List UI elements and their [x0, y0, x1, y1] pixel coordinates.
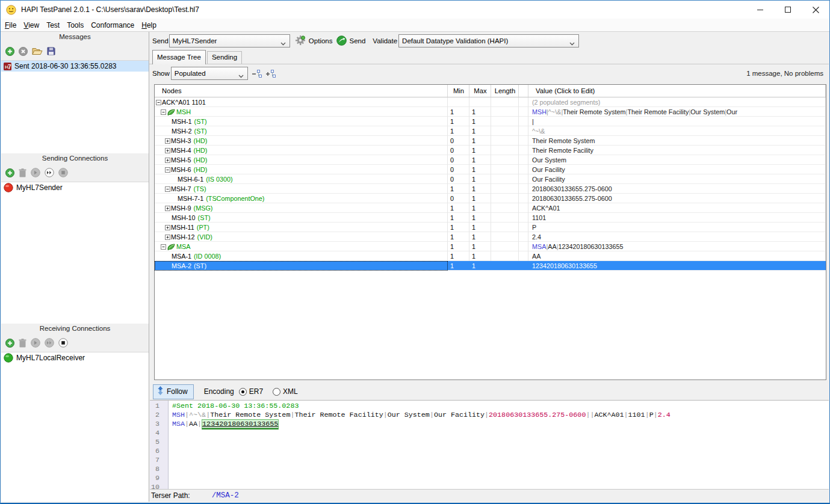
radio-er7[interactable]	[239, 388, 247, 396]
tree-row[interactable]: MSH-7(TS)1120180630133655.275-0600	[155, 184, 826, 194]
expander-plus-icon[interactable]	[165, 225, 170, 230]
value-cell[interactable]: MSA|AA|123420180630133655	[528, 242, 826, 251]
list-item[interactable]: H7Sent 2018-06-30 13:36:55.0283	[1, 61, 149, 72]
play-disabled-button[interactable]	[31, 168, 40, 177]
delete-button[interactable]	[19, 47, 28, 56]
tree-row[interactable]: MSH-9(MSG)11ACK^A01	[155, 203, 826, 213]
value-cell[interactable]: MSH|^~\&|Their Remote System|Their Remot…	[528, 107, 826, 117]
menu-file[interactable]: File	[1, 19, 20, 31]
expander-minus-icon[interactable]	[156, 100, 161, 105]
tree-row[interactable]: ACK^A01 1101(2 populated segments)	[155, 97, 826, 107]
expander-plus-icon[interactable]	[165, 148, 170, 153]
add-button[interactable]	[5, 47, 14, 56]
expander-minus-icon[interactable]	[165, 167, 170, 173]
spacer-cell	[519, 165, 528, 174]
options-button[interactable]: Options	[296, 35, 333, 46]
list-item[interactable]: MyHL7Sender	[1, 182, 149, 193]
menu-test[interactable]: Test	[43, 19, 63, 31]
tree-row[interactable]: MSA-1(ID 0008)11AA	[155, 251, 826, 261]
expander-minus-icon[interactable]	[165, 186, 170, 192]
menu-tools[interactable]: Tools	[63, 19, 87, 31]
follow-bar: Follow Encoding ER7XML	[149, 383, 829, 400]
value-cell[interactable]: Their Remote Facility	[528, 146, 826, 155]
expand-all-button[interactable]	[265, 69, 276, 78]
value-cell[interactable]: ^~\&	[528, 126, 826, 136]
value-cell[interactable]: ACK^A01	[528, 203, 826, 213]
value-cell[interactable]: 20180630133655.275-0600	[528, 194, 826, 203]
stop-disabled-button[interactable]	[58, 168, 68, 177]
value-cell[interactable]: Our Facility	[528, 165, 826, 174]
expander-plus-icon[interactable]	[165, 158, 170, 163]
value-cell[interactable]: 123420180630133655	[528, 261, 826, 271]
value-cell[interactable]: Their Remote System	[528, 136, 826, 146]
close-button[interactable]	[802, 1, 829, 19]
expander-plus-icon[interactable]	[165, 138, 170, 144]
value-cell[interactable]: Our Facility	[528, 174, 826, 184]
tree-row[interactable]: MSH-2(ST)11^~\&	[155, 126, 826, 136]
add-button[interactable]	[5, 339, 14, 348]
minimize-button[interactable]	[746, 1, 774, 19]
tree-row[interactable]: MSH-3(HD)01Their Remote System	[155, 136, 826, 146]
list-item[interactable]: MyHL7LocalReceiver	[1, 352, 149, 363]
value-cell[interactable]: (2 populated segments)	[528, 97, 826, 107]
open-button[interactable]	[32, 47, 43, 55]
send-button[interactable]: Send	[336, 35, 366, 47]
radio-xml[interactable]	[273, 388, 280, 396]
tree-row[interactable]: MSH-4(HD)01Their Remote Facility	[155, 146, 826, 155]
follow-button[interactable]: Follow	[153, 384, 194, 399]
add-button[interactable]	[5, 168, 14, 177]
tree-node-cell: MSH-6-1(IS 0300)	[155, 174, 448, 184]
editor-token: Their Remote Facility	[294, 411, 383, 419]
tree-row[interactable]: MSH-7-1(TSComponentOne)0120180630133655.…	[155, 194, 826, 203]
spacer-cell	[519, 174, 528, 184]
expander-minus-icon[interactable]	[161, 109, 166, 115]
tree-node-name: MSH-10	[172, 214, 196, 221]
tree-row[interactable]: MSH-11(PT)11P	[155, 223, 826, 232]
fast-forward-disabled-button[interactable]	[45, 338, 54, 348]
tree-row[interactable]: MSH-12(VID)112.4	[155, 232, 826, 242]
menu-help[interactable]: Help	[138, 19, 160, 31]
tree-row[interactable]: MSH11MSH|^~\&|Their Remote System|Their …	[155, 107, 826, 117]
trash-button[interactable]	[19, 168, 26, 177]
save-button[interactable]	[47, 47, 55, 55]
validate-combo[interactable]: Default Datatype Validation (HAPI)	[398, 34, 579, 48]
value-cell[interactable]: Our System	[528, 155, 826, 165]
show-combo[interactable]: Populated	[171, 67, 248, 80]
value-cell[interactable]: P	[528, 223, 826, 232]
send-connection-combo[interactable]: MyHL7Sender	[169, 34, 290, 48]
tree-row[interactable]: MSA-2(ST)11123420180630133655	[155, 261, 826, 271]
tree-row[interactable]: MSH-1(ST)11|	[155, 117, 826, 126]
value-cell[interactable]: |	[528, 117, 826, 126]
message-editor[interactable]: 12345678910 #Sent 2018-06-30 13:36:55.02…	[150, 400, 829, 492]
value-cell[interactable]: 1101	[528, 213, 826, 223]
max-cell: 1	[469, 242, 491, 251]
play-disabled-button[interactable]	[31, 338, 40, 348]
maximize-button[interactable]	[774, 1, 802, 19]
value-cell[interactable]: 20180630133655.275-0600	[528, 184, 826, 194]
max-cell: 1	[469, 261, 491, 271]
min-cell: 1	[448, 184, 469, 194]
menu-conformance[interactable]: Conformance	[87, 19, 138, 31]
menu-view[interactable]: View	[20, 19, 43, 31]
expander-plus-icon[interactable]	[165, 235, 170, 240]
collapse-all-button[interactable]	[252, 69, 262, 78]
tree-row[interactable]: MSA11MSA|AA|123420180630133655	[155, 242, 826, 251]
fast-forward-button[interactable]	[45, 168, 54, 177]
tree-row[interactable]: MSH-5(HD)01Our System	[155, 155, 826, 165]
length-cell	[491, 242, 519, 251]
expander-minus-icon[interactable]	[161, 244, 166, 250]
tab-sending[interactable]: Sending	[207, 51, 242, 64]
min-cell: 1	[448, 107, 469, 117]
value-cell[interactable]: AA	[528, 251, 826, 261]
stop-button[interactable]	[58, 338, 68, 348]
expander-plus-icon[interactable]	[165, 206, 170, 211]
tree-node-cell: MSH-4(HD)	[155, 146, 448, 155]
tree-row[interactable]: MSH-6-1(IS 0300)01Our Facility	[155, 174, 826, 184]
length-cell	[491, 223, 519, 232]
value-cell[interactable]: 2.4	[528, 232, 826, 242]
tree-column-header: Value (Click to Edit)	[528, 85, 826, 97]
tree-row[interactable]: MSH-10(ST)111101	[155, 213, 826, 223]
tab-message-tree[interactable]: Message Tree	[152, 50, 206, 64]
tree-row[interactable]: MSH-6(HD)01Our Facility	[155, 165, 826, 174]
trash-button[interactable]	[19, 339, 26, 348]
